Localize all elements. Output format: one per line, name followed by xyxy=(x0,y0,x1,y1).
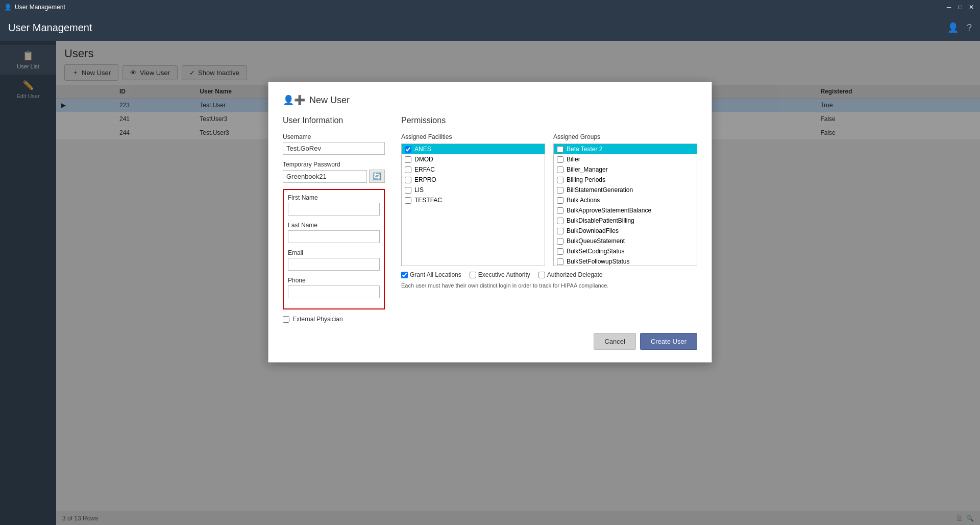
facility-checkbox[interactable] xyxy=(405,177,411,183)
grant-all-locations-item: Grant All Locations xyxy=(401,271,461,278)
temp-password-input[interactable] xyxy=(283,170,367,183)
group-label: BulkSetFollowupStatus xyxy=(567,258,629,265)
email-input[interactable] xyxy=(288,258,380,271)
facility-item[interactable]: ANES xyxy=(402,144,545,154)
facility-item[interactable]: ERPRO xyxy=(402,175,545,185)
facility-checkbox[interactable] xyxy=(405,187,411,194)
authorized-delegate-item: Authorized Delegate xyxy=(538,271,603,278)
facility-item[interactable]: ERFAC xyxy=(402,164,545,175)
executive-authority-item: Executive Authority xyxy=(470,271,530,278)
external-physician-checkbox[interactable] xyxy=(283,316,289,323)
group-item[interactable]: BillStatementGeneration xyxy=(554,185,697,195)
facility-checkbox[interactable] xyxy=(405,156,411,163)
name-email-phone-section: First Name Last Name Email Phone xyxy=(283,189,385,309)
dialog-title-icon: 👤➕ xyxy=(283,94,305,106)
group-item[interactable]: BulkApproveStatementBalance xyxy=(554,205,697,216)
group-checkbox[interactable] xyxy=(557,248,564,255)
group-checkbox[interactable] xyxy=(557,238,564,245)
group-checkbox[interactable] xyxy=(557,177,564,183)
group-label: BulkApproveStatementBalance xyxy=(567,207,651,214)
groups-list: Beta Tester 2BillerBiller_ManagerBilling… xyxy=(553,144,697,266)
group-item[interactable]: Billing Periods xyxy=(554,175,697,185)
cancel-button[interactable]: Cancel xyxy=(594,333,635,350)
groups-col-title: Assigned Groups xyxy=(553,133,697,140)
facility-item[interactable]: LIS xyxy=(402,185,545,195)
phone-input[interactable] xyxy=(288,285,380,298)
group-label: Billing Periods xyxy=(567,176,605,183)
group-item[interactable]: BulkSetFollowupStatus xyxy=(554,256,697,266)
permissions-section-title: Permissions xyxy=(401,116,697,125)
permissions-panel: Permissions Assigned Facilities ANESDMOD… xyxy=(401,116,697,323)
refresh-password-button[interactable]: 🔄 xyxy=(369,170,385,183)
user-info-section-title: User Information xyxy=(283,116,385,125)
create-user-button[interactable]: Create User xyxy=(640,333,697,350)
group-checkbox[interactable] xyxy=(557,156,564,163)
minimize-button[interactable]: ─ xyxy=(944,3,953,12)
title-bar-controls: ─ □ ✕ xyxy=(944,3,976,12)
facility-checkbox[interactable] xyxy=(405,146,411,153)
first-name-input[interactable] xyxy=(288,203,380,216)
app-icon: 👤 xyxy=(4,4,12,11)
group-item[interactable]: BulkDisablePatientBilling xyxy=(554,216,697,226)
maximize-button[interactable]: □ xyxy=(955,3,965,12)
help-icon: ? xyxy=(967,22,972,33)
app-header-title: User Management xyxy=(8,22,92,34)
group-checkbox[interactable] xyxy=(557,166,564,173)
last-name-input[interactable] xyxy=(288,230,380,243)
dialog-body: User Information Username Temporary Pass… xyxy=(283,116,697,323)
group-label: BillStatementGeneration xyxy=(567,186,633,194)
facility-label: ERPRO xyxy=(414,176,436,183)
facility-item[interactable]: TESTFAC xyxy=(402,195,545,205)
group-item[interactable]: BulkSetCodingStatus xyxy=(554,246,697,256)
group-checkbox[interactable] xyxy=(557,258,564,265)
grant-all-locations-checkbox[interactable] xyxy=(401,272,408,278)
group-item[interactable]: BulkQueueStatement xyxy=(554,236,697,246)
group-label: Beta Tester 2 xyxy=(567,146,603,153)
group-checkbox[interactable] xyxy=(557,207,564,214)
last-name-label: Last Name xyxy=(288,222,380,229)
dialog-title-text: New User xyxy=(309,95,350,106)
executive-authority-checkbox[interactable] xyxy=(470,272,476,278)
app-header: User Management 👤 ? xyxy=(0,14,980,41)
group-checkbox[interactable] xyxy=(557,218,564,224)
grant-all-locations-label: Grant All Locations xyxy=(410,271,461,278)
username-label: Username xyxy=(283,133,385,140)
close-button[interactable]: ✕ xyxy=(967,3,976,12)
facility-checkbox[interactable] xyxy=(405,197,411,204)
group-item[interactable]: BulkDownloadFiles xyxy=(554,226,697,236)
group-checkbox[interactable] xyxy=(557,187,564,194)
email-label: Email xyxy=(288,249,380,256)
group-checkbox[interactable] xyxy=(557,197,564,204)
password-row: 🔄 xyxy=(283,170,385,183)
first-name-group: First Name xyxy=(288,194,380,216)
username-group: Username xyxy=(283,133,385,155)
phone-label: Phone xyxy=(288,277,380,284)
permissions-columns: Assigned Facilities ANESDMODERFACERPROLI… xyxy=(401,133,697,266)
group-label: Bulk Actions xyxy=(567,197,600,204)
external-physician-label: External Physician xyxy=(292,316,343,323)
external-physician-group: External Physician xyxy=(283,316,385,323)
group-label: Biller xyxy=(567,156,580,163)
title-bar: 👤 User Management ─ □ ✕ xyxy=(0,0,980,14)
group-item[interactable]: Biller xyxy=(554,154,697,164)
title-bar-text: User Management xyxy=(15,4,65,11)
user-icon: 👤 xyxy=(947,22,959,33)
temp-password-label: Temporary Password xyxy=(283,161,385,168)
phone-group: Phone xyxy=(288,277,380,298)
group-checkbox[interactable] xyxy=(557,228,564,234)
group-item[interactable]: Beta Tester 2 xyxy=(554,144,697,154)
group-label: BulkDisablePatientBilling xyxy=(567,217,634,224)
temp-password-group: Temporary Password 🔄 xyxy=(283,161,385,183)
authorized-delegate-checkbox[interactable] xyxy=(538,272,545,278)
group-item[interactable]: Bulk Actions xyxy=(554,195,697,205)
group-item[interactable]: Biller_Manager xyxy=(554,164,697,175)
facility-label: LIS xyxy=(414,186,424,194)
facilities-column: Assigned Facilities ANESDMODERFACERPROLI… xyxy=(401,133,545,266)
facility-item[interactable]: DMOD xyxy=(402,154,545,164)
facility-checkbox[interactable] xyxy=(405,166,411,173)
group-checkbox[interactable] xyxy=(557,146,564,153)
username-input[interactable] xyxy=(283,142,385,155)
first-name-label: First Name xyxy=(288,194,380,201)
executive-authority-label: Executive Authority xyxy=(478,271,530,278)
hipaa-notice: Each user must have their own distinct l… xyxy=(401,282,697,289)
